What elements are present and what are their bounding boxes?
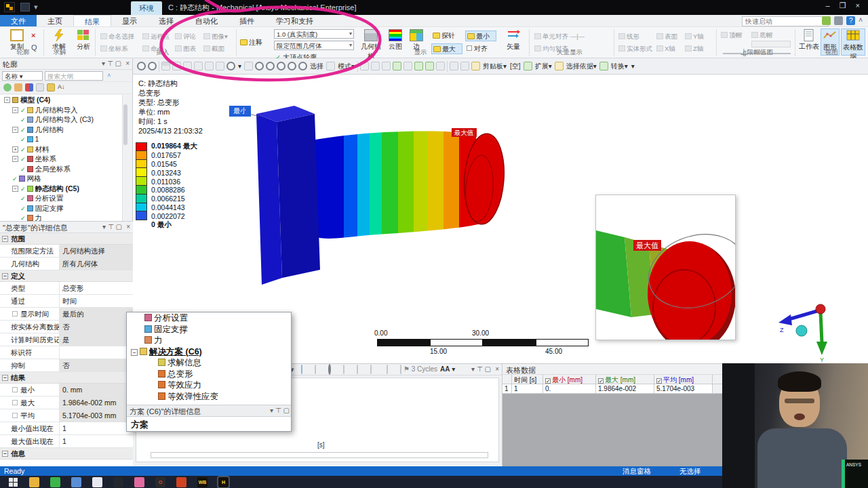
details-property-value[interactable]: 否 xyxy=(60,359,133,371)
quick-launch-input[interactable] xyxy=(742,16,829,26)
context-tab-environment[interactable]: 环境 xyxy=(131,1,162,15)
cut-frames-icon[interactable] xyxy=(357,365,358,374)
outline-pin-icon[interactable]: ⊤ xyxy=(107,60,113,67)
min-flag[interactable]: 最小 xyxy=(229,106,251,117)
annotation-button[interactable]: 注释 xyxy=(240,38,262,47)
tree-item[interactable]: ✓分析设置 xyxy=(0,193,127,203)
table-cell[interactable]: 5.1704e-003 xyxy=(654,384,713,393)
export-video-icon[interactable] xyxy=(370,365,372,374)
select-label[interactable]: 选择 xyxy=(309,62,324,71)
zoom-next-icon[interactable] xyxy=(298,62,307,70)
details-property-value[interactable]: 时间 xyxy=(60,295,133,307)
details-close-icon[interactable]: × xyxy=(126,223,130,230)
details-section-header[interactable]: −结果 xyxy=(0,372,133,384)
convert-label[interactable]: 转换▾ xyxy=(610,62,629,71)
tree-expander-icon[interactable]: − xyxy=(12,127,18,133)
details-section-header[interactable]: −范围 xyxy=(0,233,133,245)
status-message-pane[interactable]: 消息窗格 xyxy=(623,467,651,476)
taskbar-file-explorer[interactable] xyxy=(29,477,39,487)
more-dropdown[interactable]: ▾ xyxy=(631,62,635,70)
options-icon[interactable] xyxy=(822,16,831,25)
animation-play-icon[interactable] xyxy=(301,365,302,374)
details-section-header[interactable]: −定义 xyxy=(0,270,133,282)
tree-expander-icon[interactable]: − xyxy=(131,349,138,356)
tree-item[interactable]: −✓坐标系 xyxy=(0,154,127,164)
tree-item[interactable]: 总变形 xyxy=(127,369,291,380)
empty-label[interactable]: [空] xyxy=(509,62,521,71)
delete-icon[interactable]: × xyxy=(31,31,35,39)
select-edge-icon[interactable] xyxy=(194,62,203,70)
copy-view-icon[interactable] xyxy=(371,62,380,70)
selectby-icon[interactable] xyxy=(555,62,564,70)
save-icon[interactable] xyxy=(20,3,30,12)
sort-arrows-icon[interactable] xyxy=(25,83,33,92)
image2-icon[interactable] xyxy=(403,62,412,70)
details-property-value[interactable]: 1 xyxy=(60,422,133,434)
ribbon-tab-1[interactable]: 主页 xyxy=(37,15,73,26)
taskbar-opera-browser[interactable]: O xyxy=(155,477,165,487)
max-label[interactable]: 最大值 xyxy=(452,128,477,137)
details-property-value[interactable]: 1.9864e-002 mm xyxy=(60,396,133,409)
taskbar-recorder-app[interactable] xyxy=(113,477,123,487)
details-pin-icon[interactable]: ⊤ xyxy=(108,223,114,230)
taskbar-calculator-app[interactable] xyxy=(71,477,81,487)
align-checkbox[interactable]: 对齐 xyxy=(465,43,496,54)
taskbar-photos-app[interactable] xyxy=(134,477,144,487)
look-at-icon[interactable] xyxy=(172,62,181,70)
ribbon-tab-3[interactable]: 显示 xyxy=(111,15,148,26)
details-property-value[interactable]: 是 xyxy=(60,333,133,346)
graph-pin-icon[interactable]: ⊤ xyxy=(477,365,483,373)
probe-toggle[interactable]: 探针 xyxy=(431,30,462,41)
ribbon-tab-2[interactable]: 结果 xyxy=(73,15,111,26)
flag1-icon[interactable] xyxy=(450,62,458,70)
table-data-row[interactable]: 110.1.9864e-0025.1704e-003 xyxy=(502,384,722,394)
refresh-icon[interactable] xyxy=(3,83,12,92)
tree-item[interactable]: 等效弹性应变 xyxy=(127,391,291,403)
expand-collapse-icon[interactable]: ＾ xyxy=(105,72,113,80)
tree-expander-icon[interactable]: − xyxy=(4,97,10,103)
select-vertex-icon[interactable] xyxy=(183,62,192,70)
details-property-value[interactable]: 几何结构选择 xyxy=(60,245,133,257)
user-icon[interactable] xyxy=(834,16,843,25)
details-property-value[interactable]: 所有几何体 xyxy=(60,258,133,270)
pan-icon[interactable] xyxy=(244,62,253,70)
taskbar-ansys-workbench[interactable]: WB xyxy=(197,477,208,487)
table-cell[interactable]: 1.9864e-002 xyxy=(596,384,654,393)
scoped-bodies-dropdown[interactable]: 限定范围几何体 xyxy=(274,41,354,50)
tree-item[interactable]: 求解信息 xyxy=(127,357,291,369)
details-property-value[interactable]: 5.1704e-003 mm xyxy=(60,409,133,422)
extend-icon[interactable] xyxy=(524,62,532,70)
mode-label[interactable]: 模式▾ xyxy=(337,62,355,71)
image3-icon[interactable] xyxy=(414,62,423,70)
vectors-button[interactable]: 矢量 xyxy=(503,28,524,56)
tree-item[interactable]: ✓全局坐标系 xyxy=(0,164,127,174)
tree-expander-icon[interactable]: − xyxy=(12,186,18,192)
ribbon-tab-7[interactable]: 学习和支持 xyxy=(265,15,324,26)
tree-item[interactable]: −✓几何结构 xyxy=(0,125,127,135)
graph-float-icon[interactable]: ▢ xyxy=(485,365,491,373)
tree-item[interactable]: 分析设置 xyxy=(127,312,291,324)
convert-icon[interactable] xyxy=(599,62,608,70)
ribbon-tab-5[interactable]: 自动化 xyxy=(184,15,229,26)
expand-all-icon[interactable] xyxy=(36,83,44,92)
ribbon-tab-4[interactable]: 选择 xyxy=(148,15,184,26)
tree-item[interactable]: 固定支撑 xyxy=(127,324,291,336)
close-button[interactable]: × xyxy=(856,1,860,9)
zoom-out-icon[interactable] xyxy=(137,62,146,70)
restore-button[interactable]: ❒ xyxy=(840,1,846,9)
chart-icon[interactable] xyxy=(471,62,480,70)
details-float-icon[interactable]: ▢ xyxy=(116,223,122,230)
zoom-prev-icon[interactable] xyxy=(288,62,296,70)
tree-item[interactable]: −✓静态结构 (C5) xyxy=(0,184,127,194)
ribbon-tab-0[interactable]: 文件 xyxy=(0,15,37,26)
tree-item[interactable]: ✓网格 xyxy=(0,174,127,184)
clipboard-label[interactable]: 剪贴板▾ xyxy=(482,62,507,71)
sort-az-icon[interactable]: A↓ xyxy=(58,83,65,92)
table-cell[interactable]: 0. xyxy=(543,384,596,393)
tree-item[interactable]: ✓1 xyxy=(0,134,127,144)
table-column-header[interactable]: ✓平均 [mm] xyxy=(654,375,713,384)
select-body-icon[interactable] xyxy=(216,62,224,70)
taskbar-ansys-mechanical[interactable]: H xyxy=(218,477,229,487)
zoom-graph-icon[interactable] xyxy=(328,364,331,375)
taskbar-start[interactable] xyxy=(8,477,18,487)
